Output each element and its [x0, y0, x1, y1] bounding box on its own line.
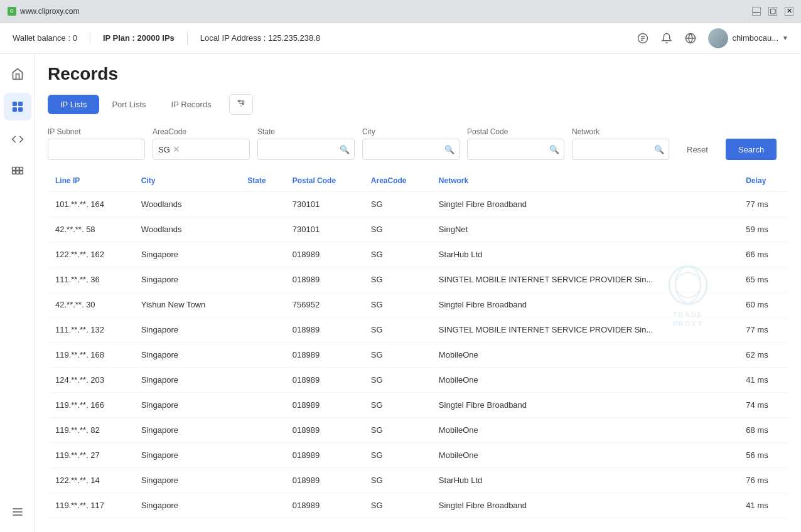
col-header-delay: Delay [738, 170, 788, 192]
cell-network: SINGTEL MOBILE INTERNET SERVICE PROVIDER… [431, 267, 739, 292]
main-body: Records IP Lists Port Lists IP Records I… [0, 54, 801, 532]
cell-line-ip: 111.**.**. 132 [48, 317, 134, 343]
table-row[interactable]: 42.**.**. 58 Woodlands 730101 SG SingNet… [48, 217, 788, 242]
cell-postal-code: 018989 [285, 343, 363, 368]
tab-ip-lists[interactable]: IP Lists [48, 95, 99, 114]
table-row[interactable]: 119.**.**. 82 Singapore 018989 SG Mobile… [48, 418, 788, 443]
cell-network: Singtel Fibre Broadband [431, 393, 739, 418]
filter-input-city[interactable] [362, 139, 460, 160]
tab-port-lists[interactable]: Port Lists [99, 95, 158, 114]
cell-area-code: SG [363, 418, 431, 443]
area-code-clear-icon[interactable]: ✕ [173, 145, 180, 154]
user-avatar-section[interactable]: chimbocau... ▼ [708, 28, 788, 48]
bell-icon[interactable] [660, 32, 673, 45]
cell-line-ip: 119.**.**. 166 [48, 393, 134, 418]
table-row[interactable]: 42.**.**. 30 Yishun New Town 756952 SG S… [48, 292, 788, 317]
chevron-down-icon: ▼ [782, 35, 788, 41]
sidebar-item-api[interactable] [4, 125, 31, 153]
minimize-button[interactable]: — [752, 7, 761, 16]
table-row[interactable]: 122.**.**. 14 Singapore 018989 SG StarHu… [48, 468, 788, 493]
filter-input-state[interactable] [257, 139, 355, 160]
filter-group-network: Network 🔍 [572, 127, 669, 160]
cell-postal-code: 018989 [285, 242, 363, 267]
restore-button[interactable]: ▢ [768, 7, 777, 16]
table-row[interactable]: 119.**.**. 27 Singapore 018989 SG Mobile… [48, 443, 788, 468]
avatar-image [708, 28, 728, 48]
cell-line-ip: 124.**.**. 203 [48, 368, 134, 393]
cell-network: Singtel Fibre Broadband [431, 292, 739, 317]
cell-state [240, 267, 284, 292]
cell-state [240, 368, 284, 393]
cell-network: MobileOne [431, 343, 739, 368]
table-row[interactable]: 119.**.**. 117 Singapore 018989 SG Singt… [48, 493, 788, 518]
filter-label-network: Network [572, 127, 669, 136]
cell-delay: 77 ms [738, 192, 788, 217]
filter-group-postal-code: Postal Code 🔍 [467, 127, 564, 160]
filter-group-state: State 🔍 [257, 127, 355, 160]
sidebar-item-ip-lists[interactable] [4, 93, 31, 120]
cell-city: Singapore [134, 443, 240, 468]
cell-postal-code: 018989 [285, 368, 363, 393]
ip-plan-value: 20000 IPs [137, 33, 175, 43]
filter-input-network[interactable] [572, 139, 669, 160]
favicon: C [8, 7, 16, 16]
cell-city: Woodlands [134, 192, 240, 217]
cell-line-ip: 119.**.**. 82 [48, 418, 134, 443]
filter-input-ip-subnet[interactable] [48, 139, 145, 160]
globe-icon[interactable] [684, 32, 697, 45]
table-row[interactable]: 122.**.**. 162 Singapore 018989 SG StarH… [48, 242, 788, 267]
tab-url: www.cliproxy.com [20, 7, 79, 16]
filter-input-postal-code[interactable] [467, 139, 564, 160]
table-wrapper: TRADE PROXY Line IP City State Postal Co… [48, 170, 788, 518]
top-header: Wallet balance : 0 IP Plan : 20000 IPs L… [0, 23, 801, 54]
cell-delay: 77 ms [738, 317, 788, 343]
sidebar [0, 54, 35, 532]
table-row[interactable]: 101.**.**. 164 Woodlands 730101 SG Singt… [48, 192, 788, 217]
table-row[interactable]: 119.**.**. 166 Singapore 018989 SG Singt… [48, 393, 788, 418]
wallet-label: Wallet balance : [13, 33, 70, 43]
cell-line-ip: 42.**.**. 58 [48, 217, 134, 242]
browser-controls: — ▢ ✕ [752, 7, 793, 16]
filter-label-state: State [257, 127, 355, 136]
cell-network: MobileOne [431, 418, 739, 443]
cell-area-code: SG [363, 393, 431, 418]
cell-network: StarHub Ltd [431, 468, 739, 493]
table-row[interactable]: 111.**.**. 132 Singapore 018989 SG SINGT… [48, 317, 788, 343]
col-header-line-ip: Line IP [48, 170, 134, 192]
cell-network: Singtel Fibre Broadband [431, 192, 739, 217]
col-header-postal-code: Postal Code [285, 170, 363, 192]
cell-area-code: SG [363, 267, 431, 292]
chat-icon[interactable] [637, 32, 649, 45]
col-header-state: State [240, 170, 284, 192]
svg-point-20 [242, 103, 244, 105]
avatar [708, 28, 728, 48]
cell-state [240, 468, 284, 493]
filter-state-wrapper: 🔍 [257, 139, 355, 160]
wallet-info: Wallet balance : 0 [13, 33, 77, 43]
cell-line-ip: 101.**.**. 164 [48, 192, 134, 217]
cell-postal-code: 018989 [285, 267, 363, 292]
table-row[interactable]: 124.**.**. 203 Singapore 018989 SG Mobil… [48, 368, 788, 393]
svg-rect-6 [18, 108, 22, 112]
table-row[interactable]: 119.**.**. 168 Singapore 018989 SG Mobil… [48, 343, 788, 368]
cell-city: Woodlands [134, 217, 240, 242]
tab-ip-records[interactable]: IP Records [159, 95, 224, 114]
cell-area-code: SG [363, 192, 431, 217]
filter-columns-button[interactable] [229, 94, 253, 115]
cell-area-code: SG [363, 468, 431, 493]
cell-area-code: SG [363, 217, 431, 242]
sidebar-item-tools[interactable] [4, 158, 31, 186]
col-header-city: City [134, 170, 240, 192]
cell-delay: 74 ms [738, 393, 788, 418]
sidebar-item-menu[interactable] [4, 498, 31, 526]
search-button[interactable]: Search [726, 139, 777, 160]
cell-delay: 66 ms [738, 242, 788, 267]
header-right: chimbocau... ▼ [637, 28, 788, 48]
table-row[interactable]: 111.**.**. 36 Singapore 018989 SG SINGTE… [48, 267, 788, 292]
cell-state [240, 317, 284, 343]
close-button[interactable]: ✕ [785, 7, 793, 16]
cell-postal-code: 018989 [285, 393, 363, 418]
sidebar-item-home[interactable] [4, 60, 31, 88]
reset-button[interactable]: Reset [677, 139, 718, 160]
browser-tab: C www.cliproxy.com [8, 7, 79, 16]
